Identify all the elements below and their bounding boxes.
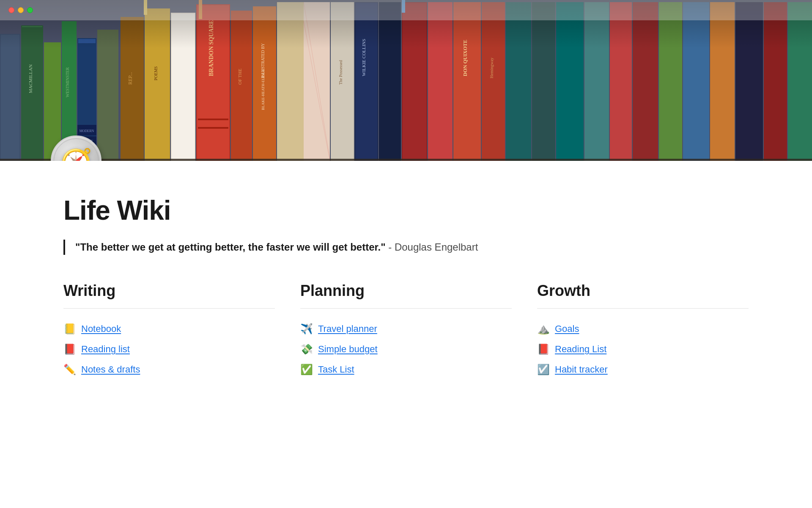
minimize-button[interactable]	[18, 7, 24, 13]
goals-link[interactable]: Goals	[555, 323, 579, 334]
list-item[interactable]: 💸 Simple budget	[300, 339, 512, 359]
reading-list-link[interactable]: Reading list	[81, 344, 130, 355]
reading-list-icon: 📕	[63, 343, 76, 355]
main-content: Life Wiki "The better we get at getting …	[0, 161, 812, 405]
traffic-lights	[8, 7, 33, 13]
planning-column: Planning ✈️ Travel planner 💸 Simple budg…	[300, 282, 512, 380]
notes-icon: ✏️	[63, 364, 76, 375]
columns-grid: Writing 📒 Notebook 📕 Reading list ✏️ Not…	[63, 282, 749, 380]
list-item[interactable]: 📕 Reading List	[537, 339, 749, 359]
growth-heading: Growth	[537, 282, 749, 300]
quote-block: "The better we get at getting better, th…	[63, 240, 749, 255]
habit-link[interactable]: Habit tracker	[555, 364, 608, 375]
list-item[interactable]: ✏️ Notes & drafts	[63, 359, 275, 380]
quote-text: "The better we get at getting better, th…	[75, 240, 749, 255]
list-item[interactable]: 📒 Notebook	[63, 319, 275, 339]
habit-icon: ☑️	[537, 364, 550, 375]
notes-link[interactable]: Notes & drafts	[81, 364, 140, 375]
list-item[interactable]: ✈️ Travel planner	[300, 319, 512, 339]
planning-divider	[300, 308, 512, 309]
planning-heading: Planning	[300, 282, 512, 300]
reading-list-growth-icon: 📕	[537, 343, 550, 355]
window-chrome	[0, 0, 812, 20]
growth-column: Growth ⛰️ Goals 📕 Reading List ☑️ Habit …	[537, 282, 749, 380]
notebook-icon: 📒	[63, 323, 76, 335]
list-item[interactable]: ☑️ Habit tracker	[537, 359, 749, 380]
task-link[interactable]: Task List	[318, 364, 354, 375]
page-title: Life Wiki	[63, 195, 749, 226]
budget-link[interactable]: Simple budget	[318, 344, 378, 355]
maximize-button[interactable]	[27, 7, 33, 13]
writing-divider	[63, 308, 275, 309]
writing-heading: Writing	[63, 282, 275, 300]
compass-icon: 🧭	[51, 135, 102, 161]
close-button[interactable]	[8, 7, 14, 13]
task-icon: ✅	[300, 364, 313, 375]
travel-link[interactable]: Travel planner	[318, 323, 377, 334]
growth-divider	[537, 308, 749, 309]
writing-column: Writing 📒 Notebook 📕 Reading list ✏️ Not…	[63, 282, 275, 380]
budget-icon: 💸	[300, 343, 313, 355]
list-item[interactable]: ✅ Task List	[300, 359, 512, 380]
svg-rect-67	[0, 0, 812, 161]
cover-image: MACMILLAN WESTMINSTER MODERN POETRY REP.…	[0, 0, 812, 161]
list-item[interactable]: ⛰️ Goals	[537, 319, 749, 339]
goals-icon: ⛰️	[537, 323, 550, 335]
reading-list-growth-link[interactable]: Reading List	[555, 344, 606, 355]
travel-icon: ✈️	[300, 323, 313, 335]
list-item[interactable]: 📕 Reading list	[63, 339, 275, 359]
notebook-link[interactable]: Notebook	[81, 323, 121, 334]
